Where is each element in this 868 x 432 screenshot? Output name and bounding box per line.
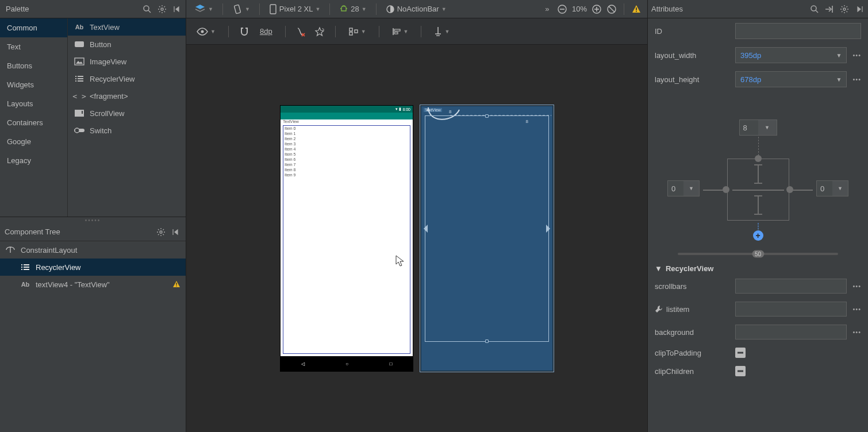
clipchildren-checkbox[interactable] xyxy=(735,366,746,376)
palette-cat-layouts[interactable]: Layouts xyxy=(0,94,67,113)
scrollbars-input[interactable] xyxy=(735,279,847,294)
svg-rect-3 xyxy=(234,5,240,14)
more-icon[interactable]: ••• xyxy=(852,52,861,59)
palette-item-textview[interactable]: Ab TextView xyxy=(68,18,186,36)
palette-item-button[interactable]: Button xyxy=(68,36,186,53)
palette-cat-buttons[interactable]: Buttons xyxy=(0,56,67,75)
more-icon[interactable]: ••• xyxy=(852,76,861,83)
cliptopadding-checkbox[interactable] xyxy=(735,348,746,358)
device-preview[interactable]: ▾ ▮ 8:00 TextView Item 0 Item 1 Item 2 I… xyxy=(281,106,413,371)
collapse-icon[interactable] xyxy=(172,4,182,14)
more-icon[interactable]: ••• xyxy=(852,283,861,290)
clear-constraints-icon[interactable] xyxy=(296,26,306,37)
nav-recent-icon: □ xyxy=(389,361,392,367)
overflow-icon[interactable]: » xyxy=(542,4,552,14)
palette-item-label: TextView xyxy=(90,23,120,32)
view-options-menu[interactable]: ▼ xyxy=(194,26,218,37)
more-icon[interactable]: ••• xyxy=(852,306,861,313)
palette-item-fragment[interactable]: < > <fragment> xyxy=(68,87,186,105)
chevron-down-icon[interactable]: ▼ xyxy=(836,52,842,59)
palette-header: Palette xyxy=(0,0,186,18)
magnet-icon[interactable] xyxy=(239,26,249,37)
chevron-down-icon[interactable]: ▼ xyxy=(836,76,842,83)
palette-cat-common[interactable]: Common xyxy=(0,18,67,37)
svg-line-12 xyxy=(609,6,614,12)
pack-menu[interactable]: ▼ xyxy=(346,26,368,37)
constraint-handle-right[interactable] xyxy=(546,225,551,233)
zoom-label: 10% xyxy=(572,5,587,13)
preview-textview: TextView xyxy=(283,119,299,124)
layout-width-input[interactable]: 395dp▼ xyxy=(735,47,847,63)
listitem-input[interactable] xyxy=(735,302,847,317)
attr-label-scrollbars: scrollbars xyxy=(655,282,729,291)
svg-rect-28 xyxy=(82,111,83,114)
tree-gear-icon[interactable] xyxy=(156,227,166,237)
constraint-handle-left[interactable] xyxy=(423,225,428,233)
design-surface-menu[interactable]: ▼ xyxy=(192,2,216,16)
orientation-menu[interactable]: ▼ xyxy=(230,3,252,16)
view-all-attrs-icon[interactable] xyxy=(824,4,835,14)
zoom-fit-icon[interactable] xyxy=(606,4,617,14)
palette-cat-legacy[interactable]: Legacy xyxy=(0,151,67,170)
layout-height-input[interactable]: 678dp▼ xyxy=(735,71,847,87)
chevron-down-icon: ▼ xyxy=(655,264,662,273)
palette-cat-containers[interactable]: Containers xyxy=(0,113,67,132)
palette-item-switch[interactable]: Switch xyxy=(68,122,186,139)
more-icon[interactable]: ••• xyxy=(852,329,861,335)
id-input[interactable] xyxy=(735,23,861,39)
attr-label-background: background xyxy=(655,328,729,337)
device-menu[interactable]: Pixel 2 XL ▼ xyxy=(267,3,322,16)
constraint-top-input[interactable]: 8▼ xyxy=(739,119,777,136)
tree-collapse-icon[interactable] xyxy=(171,227,181,237)
attr-search-icon[interactable] xyxy=(809,4,820,14)
preview-recyclerview[interactable]: Item 0 Item 1 Item 2 Item 3 Item 4 Item … xyxy=(283,125,410,354)
palette-cat-text[interactable]: Text xyxy=(0,37,67,56)
svg-line-16 xyxy=(816,10,818,13)
tree-row-textview4[interactable]: Ab textView4 - "TextView" xyxy=(0,276,186,293)
designer-panel: ▼ 8dp ▼ ▼ ▼ ▾ ▮ 8:00 xyxy=(186,18,647,432)
attr-gear-icon[interactable] xyxy=(839,4,850,14)
tree-row-recyclerview[interactable]: RecyclerView xyxy=(0,259,186,276)
chevron-down-icon[interactable]: ▼ xyxy=(758,120,777,135)
default-margin[interactable]: 8dp xyxy=(258,26,275,37)
resize-handle-bottom[interactable] xyxy=(485,340,489,343)
guidelines-menu[interactable]: ▼ xyxy=(432,25,452,38)
list-item: Item 2 xyxy=(283,136,410,141)
gear-icon[interactable] xyxy=(157,4,167,14)
chevron-down-icon[interactable]: ▼ xyxy=(683,181,699,196)
palette-item-scrollview[interactable]: ScrollView xyxy=(68,105,186,122)
blueprint-recyclerview[interactable] xyxy=(425,115,549,342)
warning-icon[interactable] xyxy=(631,4,642,14)
tree-row-constraintlayout[interactable]: ConstraintLayout xyxy=(0,241,186,259)
constraint-widget[interactable]: 8▼ 0▼ 0▼ + 50 xyxy=(655,95,861,255)
attr-label-cliptopadding: clipToPadding xyxy=(655,349,729,357)
palette-item-recyclerview[interactable]: RecyclerView xyxy=(68,70,186,87)
palette-item-label: Switch xyxy=(90,126,112,135)
zoom-in-icon[interactable] xyxy=(592,4,602,14)
api-menu[interactable]: 28 ▼ xyxy=(337,3,368,15)
attr-section-header[interactable]: ▼ RecyclerView xyxy=(655,261,861,279)
chevron-down-icon[interactable]: ▼ xyxy=(832,181,848,196)
theme-menu[interactable]: NoActionBar ▼ xyxy=(383,3,449,15)
constraint-right-input[interactable]: 0▼ xyxy=(816,180,848,196)
blueprint-preview[interactable]: TextView 8 8 xyxy=(421,106,553,371)
splitter-grip[interactable]: ••••• xyxy=(0,217,186,223)
infer-constraints-icon[interactable] xyxy=(314,26,325,37)
palette-cat-google[interactable]: Google xyxy=(0,132,67,151)
background-input[interactable] xyxy=(735,325,847,340)
palette-categories: Common Text Buttons Widgets Layouts Cont… xyxy=(0,18,68,217)
palette-item-imageview[interactable]: ImageView xyxy=(68,53,186,70)
component-tree-header: Component Tree xyxy=(0,223,186,241)
resize-handle-top[interactable] xyxy=(485,114,489,118)
constraint-left-input[interactable]: 0▼ xyxy=(667,180,700,196)
align-menu[interactable]: ▼ xyxy=(390,26,411,37)
designer-top-toolbar: ▼ ▼ Pixel 2 XL ▼ 28 ▼ NoActionBar ▼ » 10… xyxy=(186,2,647,16)
bias-slider[interactable]: 50 xyxy=(678,253,838,255)
add-constraint-bottom-button[interactable]: + xyxy=(753,230,763,241)
palette-cat-widgets[interactable]: Widgets xyxy=(0,75,67,94)
attr-collapse-icon[interactable] xyxy=(854,4,865,14)
design-canvas[interactable]: ▾ ▮ 8:00 TextView Item 0 Item 1 Item 2 I… xyxy=(186,45,647,432)
zoom-out-icon[interactable] xyxy=(557,4,567,14)
search-icon[interactable] xyxy=(142,4,152,14)
attr-label-id: ID xyxy=(655,27,729,36)
